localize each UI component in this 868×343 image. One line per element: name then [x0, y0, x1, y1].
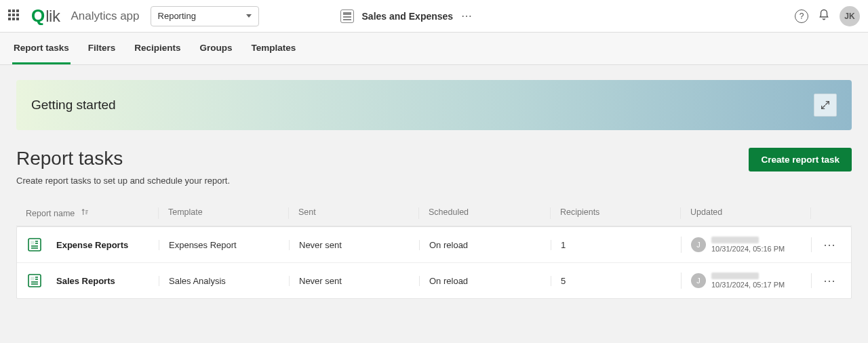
svg-rect-0	[28, 239, 41, 251]
column-updated[interactable]: Updated	[680, 207, 810, 219]
tab-templates[interactable]: Templates	[250, 33, 298, 64]
getting-started-banner: Getting started	[16, 80, 852, 130]
column-template[interactable]: Template	[158, 207, 288, 219]
column-scheduled[interactable]: Scheduled	[418, 207, 550, 219]
tab-filters[interactable]: Filters	[87, 33, 117, 64]
report-name-text: Sales Reports	[56, 276, 115, 286]
page-title: Report tasks	[16, 148, 123, 169]
page-header: Report tasks Create report task	[16, 148, 852, 172]
cell-template: Sales Analysis	[159, 276, 289, 286]
updater-avatar: J	[691, 273, 706, 288]
report-tasks-table: Report name Template Sent Scheduled Reci…	[16, 201, 852, 299]
sort-icon	[80, 207, 90, 219]
expand-banner-button[interactable]	[814, 94, 837, 117]
row-more-icon[interactable]: ⋯	[811, 273, 838, 288]
cell-scheduled: On reload	[419, 240, 551, 250]
create-report-task-button[interactable]: Create report task	[749, 148, 852, 172]
more-icon[interactable]: ⋯	[461, 9, 473, 22]
right-icons: ? JK	[795, 6, 860, 26]
column-report-name-label: Report name	[26, 209, 75, 218]
cell-sent: Never sent	[289, 240, 419, 250]
svg-rect-1	[28, 275, 41, 287]
notifications-icon[interactable]	[818, 9, 830, 23]
app-name-label: Analytics app	[71, 9, 139, 23]
page-subtitle: Create report tasks to set up and schedu…	[16, 176, 852, 186]
tab-groups[interactable]: Groups	[199, 33, 234, 64]
table-header: Report name Template Sent Scheduled Reci…	[16, 201, 852, 226]
table-row[interactable]: Sales Reports Sales Analysis Never sent …	[17, 263, 851, 298]
updated-timestamp: 10/31/2024, 05:16 PM	[711, 245, 785, 253]
logo-rest: lik	[45, 7, 60, 26]
report-icon	[26, 273, 43, 289]
chevron-down-icon	[246, 14, 252, 18]
cell-recipients: 1	[551, 240, 681, 250]
column-report-name[interactable]: Report name	[26, 207, 158, 219]
table-row[interactable]: Expense Reports Expenses Report Never se…	[17, 227, 851, 263]
logo-q: Q	[31, 5, 45, 26]
updated-timestamp: 10/31/2024, 05:17 PM	[711, 281, 785, 289]
cell-recipients: 5	[551, 276, 681, 286]
table-body: Expense Reports Expenses Report Never se…	[16, 226, 852, 299]
user-avatar[interactable]: JK	[840, 6, 860, 26]
tab-recipients[interactable]: Recipients	[133, 33, 182, 64]
report-icon	[26, 237, 43, 253]
app-launcher-icon[interactable]	[8, 9, 22, 23]
tab-report-tasks[interactable]: Report tasks	[12, 33, 71, 64]
column-recipients[interactable]: Recipients	[550, 207, 680, 219]
cell-updated: J 10/31/2024, 05:16 PM	[681, 237, 811, 253]
content: Getting started Report tasks Create repo…	[0, 65, 868, 314]
cell-template: Expenses Report	[159, 240, 289, 250]
help-icon[interactable]: ?	[795, 9, 808, 23]
sheet-icon[interactable]	[340, 9, 354, 23]
updater-name-redacted	[711, 237, 759, 243]
dropdown-value: Reporting	[158, 11, 196, 21]
sheet-title[interactable]: Sales and Expenses	[362, 11, 454, 22]
column-actions	[810, 207, 837, 219]
row-more-icon[interactable]: ⋯	[811, 237, 838, 252]
cell-report-name: Expense Reports	[26, 237, 159, 253]
center-area: Sales and Expenses ⋯	[259, 9, 795, 23]
banner-title: Getting started	[31, 98, 116, 113]
cell-scheduled: On reload	[419, 276, 551, 286]
updater-avatar: J	[691, 237, 706, 252]
updater-name-redacted	[711, 273, 759, 279]
section-dropdown[interactable]: Reporting	[151, 6, 259, 26]
cell-sent: Never sent	[289, 276, 419, 286]
column-sent[interactable]: Sent	[288, 207, 418, 219]
cell-report-name: Sales Reports	[26, 273, 159, 289]
top-bar: Qlik Analytics app Reporting Sales and E…	[0, 0, 868, 33]
cell-updated: J 10/31/2024, 05:17 PM	[681, 273, 811, 289]
report-name-text: Expense Reports	[56, 240, 128, 250]
tabs: Report tasks Filters Recipients Groups T…	[0, 33, 868, 65]
qlik-logo[interactable]: Qlik	[31, 5, 60, 26]
